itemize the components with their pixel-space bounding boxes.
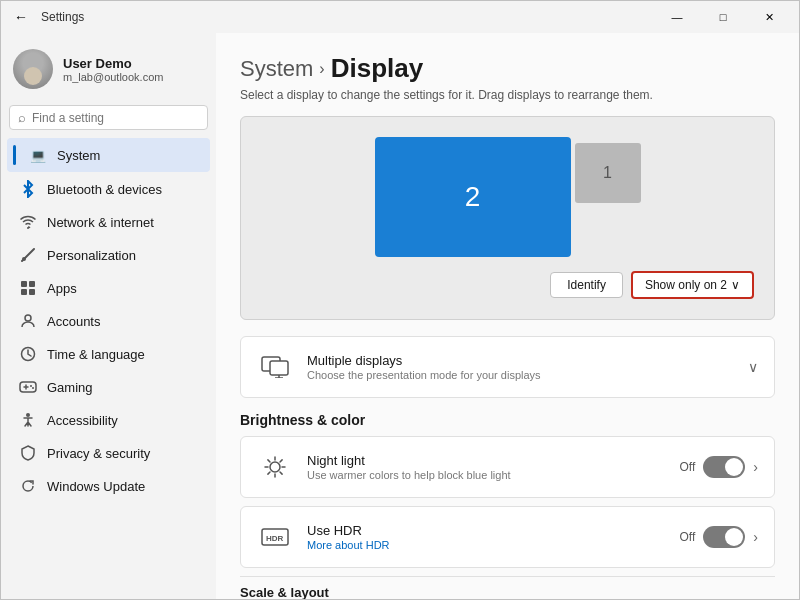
title-bar-controls: — □ ✕ bbox=[655, 1, 791, 33]
sidebar-item-label: Time & language bbox=[47, 347, 145, 362]
accessibility-icon bbox=[19, 411, 37, 429]
monitor-2[interactable]: 2 bbox=[375, 137, 571, 257]
svg-rect-2 bbox=[21, 281, 27, 287]
breadcrumb-chevron: › bbox=[319, 60, 324, 78]
multiple-displays-icon bbox=[257, 349, 293, 385]
monitor-2-label: 2 bbox=[465, 181, 481, 213]
sidebar-item-network[interactable]: Network & internet bbox=[7, 206, 210, 238]
hdr-item[interactable]: HDR Use HDR More about HDR Off › bbox=[240, 506, 775, 568]
search-box[interactable]: ⌕ bbox=[9, 105, 208, 130]
sidebar-item-label: Windows Update bbox=[47, 479, 145, 494]
night-light-item[interactable]: Night light Use warmer colors to help bl… bbox=[240, 436, 775, 498]
monitor-1-label: 1 bbox=[603, 164, 612, 182]
sidebar-item-time[interactable]: Time & language bbox=[7, 338, 210, 370]
hdr-toggle[interactable] bbox=[703, 526, 745, 548]
hdr-text: Use HDR More about HDR bbox=[307, 523, 666, 551]
sidebar-item-update[interactable]: Windows Update bbox=[7, 470, 210, 502]
hdr-chevron: › bbox=[753, 529, 758, 545]
svg-point-10 bbox=[32, 387, 34, 389]
monitors-area: 2 1 bbox=[375, 137, 641, 257]
close-button[interactable]: ✕ bbox=[747, 1, 791, 33]
accounts-icon bbox=[19, 312, 37, 330]
display-controls: Identify Show only on 2 ∨ bbox=[261, 271, 754, 299]
show-only-button[interactable]: Show only on 2 ∨ bbox=[631, 271, 754, 299]
active-indicator bbox=[13, 145, 16, 165]
svg-rect-5 bbox=[29, 289, 35, 295]
svg-rect-4 bbox=[21, 289, 27, 295]
night-light-text: Night light Use warmer colors to help bl… bbox=[307, 453, 666, 481]
sidebar-item-accounts[interactable]: Accounts bbox=[7, 305, 210, 337]
window: ← Settings — □ ✕ User Demo m_lab@outlo bbox=[0, 0, 800, 600]
back-button[interactable]: ← bbox=[9, 5, 33, 29]
sidebar-item-label: Apps bbox=[47, 281, 77, 296]
sidebar-item-system[interactable]: 💻 System bbox=[7, 138, 210, 172]
night-light-title: Night light bbox=[307, 453, 666, 468]
user-profile[interactable]: User Demo m_lab@outlook.com bbox=[1, 41, 216, 105]
svg-point-1 bbox=[22, 257, 26, 261]
toggle-knob bbox=[725, 458, 743, 476]
page-title: Display bbox=[331, 53, 424, 84]
svg-point-0 bbox=[27, 227, 29, 229]
sidebar-item-label: System bbox=[57, 148, 100, 163]
svg-rect-3 bbox=[29, 281, 35, 287]
sidebar-item-label: Personalization bbox=[47, 248, 136, 263]
sidebar-item-label: Accessibility bbox=[47, 413, 118, 428]
multiple-displays-right: ∨ bbox=[748, 359, 758, 375]
sidebar-item-bluetooth[interactable]: Bluetooth & devices bbox=[7, 173, 210, 205]
night-light-icon bbox=[257, 449, 293, 485]
hdr-status: Off bbox=[680, 530, 696, 544]
multiple-displays-item[interactable]: Multiple displays Choose the presentatio… bbox=[240, 336, 775, 398]
svg-line-23 bbox=[280, 460, 282, 462]
sidebar-item-label: Gaming bbox=[47, 380, 93, 395]
privacy-icon bbox=[19, 444, 37, 462]
multiple-displays-chevron: ∨ bbox=[748, 359, 758, 375]
night-light-status: Off bbox=[680, 460, 696, 474]
svg-line-21 bbox=[268, 460, 270, 462]
maximize-button[interactable]: □ bbox=[701, 1, 745, 33]
content-area: User Demo m_lab@outlook.com ⌕ 💻 System bbox=[1, 33, 799, 599]
sidebar-item-gaming[interactable]: Gaming bbox=[7, 371, 210, 403]
sidebar-item-apps[interactable]: Apps bbox=[7, 272, 210, 304]
minimize-button[interactable]: — bbox=[655, 1, 699, 33]
monitor-1[interactable]: 1 bbox=[575, 143, 641, 203]
search-input[interactable] bbox=[32, 111, 199, 125]
bluetooth-icon bbox=[19, 180, 37, 198]
avatar bbox=[13, 49, 53, 89]
multiple-displays-text: Multiple displays Choose the presentatio… bbox=[307, 353, 734, 381]
sidebar-item-personalization[interactable]: Personalization bbox=[7, 239, 210, 271]
search-icon: ⌕ bbox=[18, 110, 26, 125]
update-icon bbox=[19, 477, 37, 495]
svg-rect-13 bbox=[270, 361, 288, 375]
sidebar-item-accessibility[interactable]: Accessibility bbox=[7, 404, 210, 436]
sidebar-item-privacy[interactable]: Privacy & security bbox=[7, 437, 210, 469]
user-info: User Demo m_lab@outlook.com bbox=[63, 56, 163, 83]
personalization-icon bbox=[19, 246, 37, 264]
main-content: System › Display Select a display to cha… bbox=[216, 33, 799, 599]
svg-line-22 bbox=[280, 472, 282, 474]
svg-point-6 bbox=[25, 315, 31, 321]
user-name: User Demo bbox=[63, 56, 163, 71]
breadcrumb-system[interactable]: System bbox=[240, 56, 313, 82]
brightness-section-label: Brightness & color bbox=[240, 412, 775, 428]
scale-section-label: Scale & layout bbox=[240, 576, 775, 599]
back-icon: ← bbox=[14, 9, 28, 25]
night-light-chevron: › bbox=[753, 459, 758, 475]
user-email: m_lab@outlook.com bbox=[63, 71, 163, 83]
breadcrumb: System › Display bbox=[240, 53, 775, 84]
sidebar-item-label: Privacy & security bbox=[47, 446, 150, 461]
svg-line-24 bbox=[268, 472, 270, 474]
nav-list: 💻 System Bluetooth & devices bbox=[1, 138, 216, 502]
multiple-displays-desc: Choose the presentation mode for your di… bbox=[307, 369, 734, 381]
system-icon: 💻 bbox=[29, 146, 47, 164]
night-light-desc: Use warmer colors to help block blue lig… bbox=[307, 469, 666, 481]
night-light-toggle[interactable] bbox=[703, 456, 745, 478]
sidebar: User Demo m_lab@outlook.com ⌕ 💻 System bbox=[1, 33, 216, 599]
svg-point-11 bbox=[26, 413, 30, 417]
show-only-chevron: ∨ bbox=[731, 278, 740, 292]
window-title: Settings bbox=[41, 10, 84, 24]
network-icon bbox=[19, 213, 37, 231]
sidebar-item-label: Network & internet bbox=[47, 215, 154, 230]
show-only-label: Show only on 2 bbox=[645, 278, 727, 292]
title-bar: ← Settings — □ ✕ bbox=[1, 1, 799, 33]
identify-button[interactable]: Identify bbox=[550, 272, 623, 298]
